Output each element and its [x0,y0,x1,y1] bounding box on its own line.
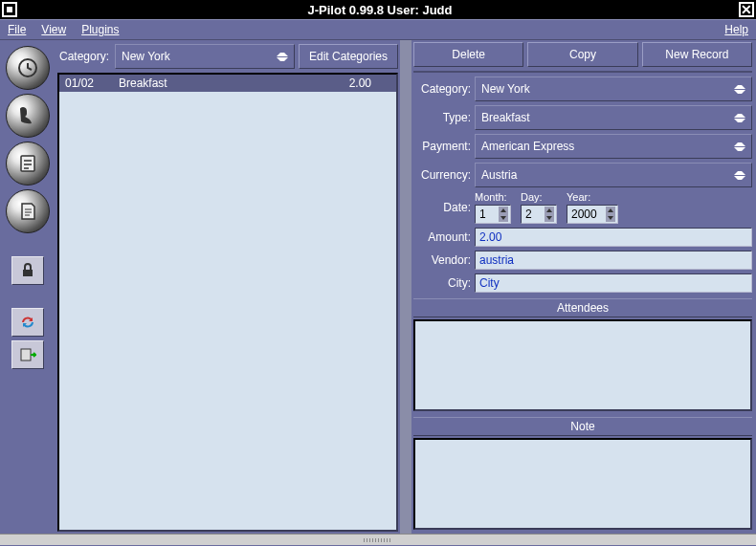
list-row[interactable]: 01/02 Breakfast 2.00 [59,75,396,92]
category-label: Category: [57,50,111,63]
titlebar: J-Pilot 0.99.8 User: Judd ✕ [0,0,756,19]
left-panel: Category: New York Edit Categories 01/02… [56,40,400,534]
form-payment-dropdown[interactable]: American Express [475,134,752,159]
form-payment-label: Payment: [413,140,471,153]
copy-button[interactable]: Copy [527,42,637,67]
new-record-button[interactable]: New Record [642,42,752,67]
close-icon[interactable]: ✕ [739,2,754,17]
menubar: File View Plugins Help [0,19,756,40]
lock-icon[interactable] [11,256,44,285]
chevron-down-icon[interactable] [606,214,615,222]
row-amount: 2.00 [333,76,390,90]
form-category-label: Category: [413,82,471,96]
day-label: Day: [521,191,557,203]
note-textarea[interactable] [413,438,752,530]
chevron-down-icon[interactable] [499,214,508,222]
address-icon[interactable] [6,94,50,138]
category-dropdown-value: New York [122,50,170,63]
month-label: Month: [475,191,511,203]
sync-icon[interactable] [11,308,44,337]
expense-list[interactable]: 01/02 Breakfast 2.00 [57,73,398,532]
form-type-dropdown[interactable]: Breakfast [475,105,752,130]
sidebar [0,40,56,534]
attendees-header: Attendees [413,298,752,317]
chevron-up-icon[interactable] [545,207,554,214]
window-title: J-Pilot 0.99.8 User: Judd [21,3,739,17]
datebook-icon[interactable] [6,46,50,90]
chevron-down-icon[interactable] [545,214,554,222]
menu-view[interactable]: View [41,23,66,36]
amount-label: Amount: [413,230,471,244]
svg-rect-3 [21,349,31,360]
pane-divider[interactable] [400,40,411,534]
delete-button[interactable]: Delete [413,42,523,67]
chevron-updown-icon [734,85,745,94]
chevron-updown-icon [734,142,745,151]
todo-icon[interactable] [6,142,50,186]
city-label: City: [413,276,471,290]
form-type-label: Type: [413,111,471,124]
form-category-dropdown[interactable]: New York [475,76,752,101]
svg-rect-2 [23,270,33,276]
year-spinner[interactable]: 2000 [567,205,618,224]
right-panel: Delete Copy New Record Category: New Yor… [411,40,756,534]
note-header: Note [413,417,752,436]
vendor-label: Vendor: [413,253,471,267]
category-dropdown[interactable]: New York [115,44,295,69]
month-spinner[interactable]: 1 [475,205,511,224]
attendees-textarea[interactable] [413,319,752,411]
chevron-up-icon[interactable] [499,207,508,214]
edit-categories-button[interactable]: Edit Categories [299,44,398,69]
resize-grip[interactable] [0,534,756,545]
memo-icon[interactable] [6,189,50,233]
chevron-updown-icon [734,114,745,122]
menu-plugins[interactable]: Plugins [81,23,119,36]
menu-file[interactable]: File [8,23,26,36]
row-date: 01/02 [65,76,119,90]
form-currency-dropdown[interactable]: Austria [475,163,752,187]
amount-input[interactable]: 2.00 [475,228,752,247]
row-desc: Breakfast [119,76,333,90]
chevron-updown-icon [734,171,745,180]
chevron-updown-icon [277,53,288,61]
year-label: Year: [567,191,618,203]
vendor-input[interactable]: austria [475,251,752,270]
form-currency-label: Currency: [413,168,471,182]
chevron-up-icon[interactable] [606,207,615,214]
window-menu-icon[interactable] [2,2,17,17]
backup-icon[interactable] [11,340,44,369]
city-input[interactable]: City [475,273,752,293]
form-date-label: Date: [413,201,471,214]
menu-help[interactable]: Help [724,23,748,36]
day-spinner[interactable]: 2 [521,205,557,224]
